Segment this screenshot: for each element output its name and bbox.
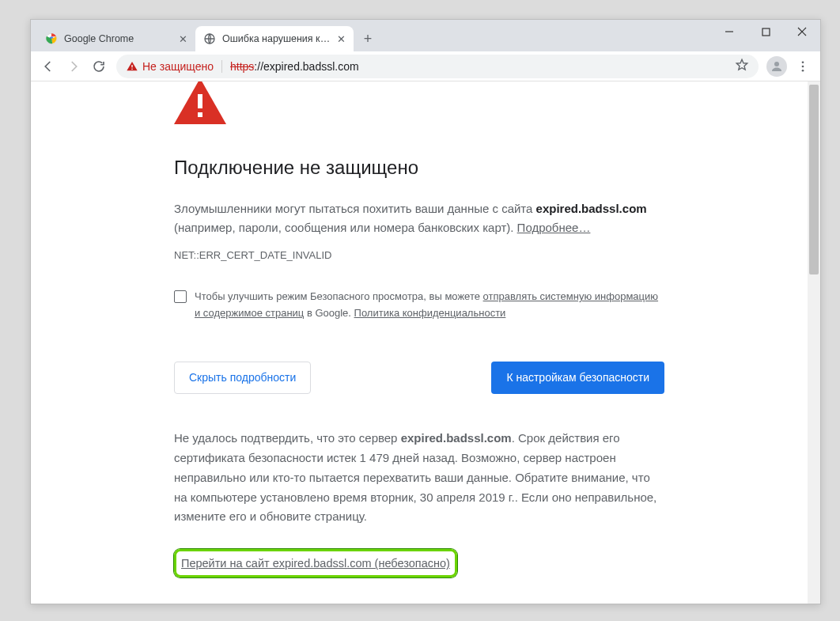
proceed-link[interactable]: Перейти на сайт expired.badssl.com (небе… [181, 557, 450, 570]
tab-close-icon[interactable]: ✕ [179, 33, 187, 45]
intro-text: Злоумышленники могут пытаться похитить в… [174, 202, 536, 215]
svg-rect-13 [198, 94, 202, 108]
svg-point-10 [802, 61, 804, 63]
svg-point-12 [802, 69, 804, 71]
tab-ssl-error[interactable]: Ошибка нарушения конфиденц ✕ [195, 26, 354, 51]
intro-paragraph: Злоумышленники могут пытаться похитить в… [174, 199, 664, 237]
globe-favicon [203, 32, 216, 45]
scrollbar-thumb[interactable] [809, 85, 819, 275]
forward-button[interactable] [61, 54, 86, 79]
tab-title: Google Chrome [64, 33, 174, 44]
error-code: NET::ERR_CERT_DATE_INVALID [174, 248, 664, 263]
svg-rect-8 [131, 68, 132, 69]
chrome-favicon [45, 32, 58, 45]
toolbar: Не защищено https ://expired.badssl.com [31, 51, 820, 81]
minimize-button[interactable] [711, 20, 747, 44]
svg-rect-14 [198, 112, 202, 117]
intro-suffix: (например, пароли, сообщения или номера … [174, 221, 517, 234]
warning-triangle-icon [126, 60, 138, 73]
close-window-button[interactable] [784, 20, 820, 44]
titlebar: Google Chrome ✕ Ошибка нарушения конфиде… [31, 20, 820, 51]
opt-in-text: Чтобы улучшить режим Безопасного просмот… [195, 289, 664, 322]
hide-details-button[interactable]: Скрыть подробности [174, 362, 311, 395]
page-heading: Подключение не защищено [174, 153, 664, 182]
svg-rect-7 [131, 65, 132, 67]
svg-point-11 [802, 65, 804, 67]
opt-in-row: Чтобы улучшить режим Безопасного просмот… [174, 289, 664, 322]
details-domain: expired.badssl.com [401, 431, 512, 445]
svg-rect-4 [762, 28, 770, 36]
address-bar[interactable]: Не защищено https ://expired.badssl.com [116, 55, 759, 78]
browser-window: Google Chrome ✕ Ошибка нарушения конфиде… [30, 19, 821, 604]
scrollbar[interactable] [808, 81, 820, 604]
details-paragraph: Не удалось подтвердить, что это сервер e… [174, 429, 664, 527]
details-text-a: Не удалось подтвердить, что это сервер [174, 431, 401, 445]
menu-button[interactable] [790, 54, 815, 79]
learn-more-link[interactable]: Подробнее… [517, 221, 591, 234]
opt-in-checkbox[interactable] [174, 290, 187, 303]
bookmark-star-icon[interactable] [735, 58, 749, 74]
profile-avatar[interactable] [766, 56, 787, 77]
optin-mid: в Google. [304, 307, 354, 319]
svg-point-9 [774, 62, 779, 66]
proceed-highlight: Перейти на сайт expired.badssl.com (небе… [174, 549, 457, 577]
tab-title: Ошибка нарушения конфиденц [222, 33, 332, 44]
content-area: Подключение не защищено Злоумышленники м… [31, 81, 820, 604]
intro-domain: expired.badssl.com [536, 202, 647, 215]
tab-strip: Google Chrome ✕ Ошибка нарушения конфиде… [31, 20, 379, 51]
maximize-button[interactable] [747, 20, 784, 44]
ssl-interstitial: Подключение не защищено Злоумышленники м… [174, 81, 664, 577]
tab-google-chrome[interactable]: Google Chrome ✕ [37, 26, 195, 51]
privacy-policy-link[interactable]: Политика конфиденциальности [354, 307, 506, 319]
tab-close-icon[interactable]: ✕ [337, 33, 346, 45]
optin-prefix: Чтобы улучшить режим Безопасного просмот… [195, 290, 483, 302]
back-button[interactable] [36, 54, 61, 79]
url-host: ://expired.badssl.com [254, 60, 358, 73]
details-text-b: . Срок действия его сертификата безопасн… [174, 431, 656, 523]
url-protocol: https [230, 60, 254, 73]
warning-icon [174, 81, 664, 129]
window-controls [711, 20, 820, 44]
page-content: Подключение не защищено Злоумышленники м… [31, 81, 808, 604]
security-chip[interactable]: Не защищено [126, 60, 222, 73]
button-row: Скрыть подробности К настройкам безопасн… [174, 362, 664, 395]
back-to-safety-button[interactable]: К настройкам безопасности [491, 362, 664, 395]
security-label: Не защищено [142, 60, 214, 73]
reload-button[interactable] [86, 54, 112, 79]
new-tab-button[interactable]: + [357, 28, 379, 50]
